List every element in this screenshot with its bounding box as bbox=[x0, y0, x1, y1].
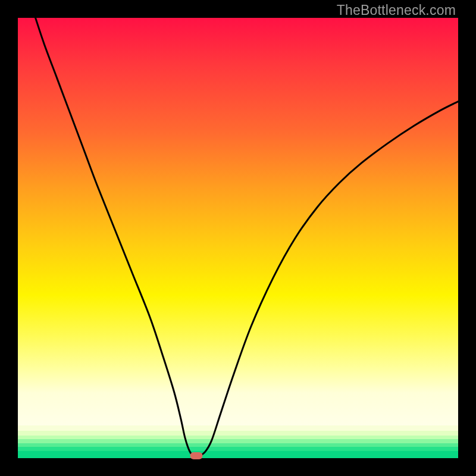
curve-path bbox=[36, 18, 458, 457]
plot-area bbox=[18, 18, 458, 458]
curve-svg bbox=[18, 18, 458, 458]
watermark-text: TheBottleneck.com bbox=[337, 2, 456, 18]
min-marker bbox=[190, 452, 202, 459]
frame: TheBottleneck.com bbox=[0, 0, 476, 476]
